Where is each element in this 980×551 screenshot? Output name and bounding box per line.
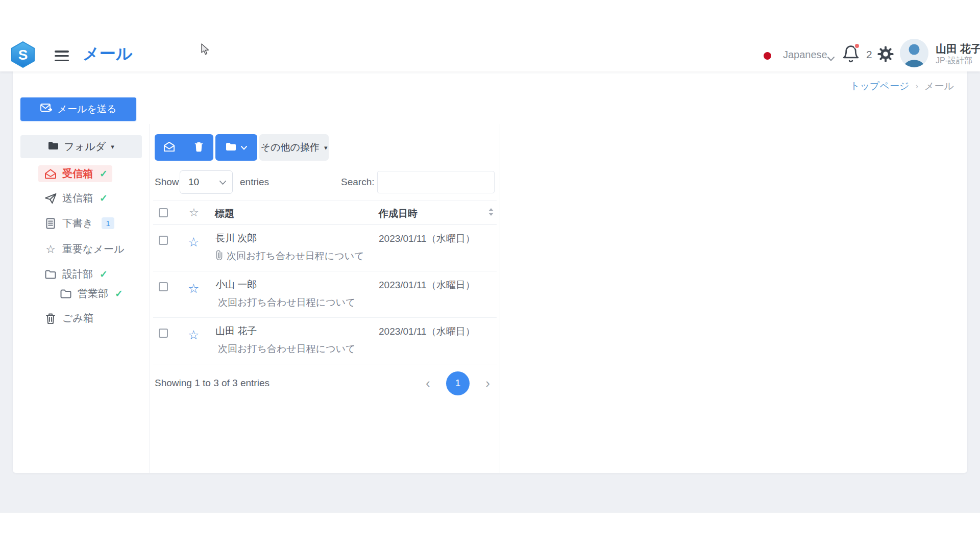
- mark-read-button[interactable]: [155, 134, 184, 161]
- sidebar-item-important[interactable]: ☆ 重要なメール: [38, 241, 125, 258]
- svg-text:S: S: [18, 47, 28, 63]
- notification-dot: [854, 43, 860, 49]
- caret-down-icon: ▾: [111, 143, 114, 151]
- sidebar-item-label: 送信箱: [62, 191, 93, 205]
- other-actions-label: その他の操作: [261, 141, 320, 154]
- next-page-arrow[interactable]: ›: [485, 377, 490, 390]
- sidebar-item-label: ごみ箱: [62, 311, 93, 325]
- other-actions-dropdown[interactable]: その他の操作 ▾: [259, 134, 329, 161]
- current-page-button[interactable]: 1: [446, 371, 470, 395]
- select-all-checkbox[interactable]: [159, 208, 168, 217]
- check-icon: ✓: [100, 192, 108, 204]
- sort-icon[interactable]: [488, 208, 494, 216]
- mail-date: 2023/01/11（水曜日）: [379, 232, 475, 245]
- notification-count: 2: [866, 48, 872, 61]
- user-avatar[interactable]: [900, 39, 928, 67]
- trash-icon: [44, 312, 57, 324]
- mail-table: ☆ 標題 作成日時 ☆ 長川 次郎 次回お打ち合わせ日程に: [153, 200, 497, 364]
- draft-document-icon: [44, 217, 57, 230]
- row-checkbox[interactable]: [159, 329, 168, 338]
- open-envelope-icon: [163, 141, 175, 154]
- breadcrumb: トップページ › メール: [850, 80, 954, 93]
- send-mail-button[interactable]: メールを送る: [20, 97, 136, 121]
- pagination: ‹ 1 ›: [426, 369, 490, 397]
- sidebar-item-drafts[interactable]: 下書き 1: [38, 215, 125, 232]
- mail-date: 2023/01/11（水曜日）: [379, 325, 475, 338]
- mail-row[interactable]: ☆ 長川 次郎 次回お打ち合わせ日程について 2023/01/11（水曜日）: [153, 225, 497, 271]
- sidebar-item-sent[interactable]: 送信箱 ✓: [38, 190, 125, 207]
- star-toggle-icon[interactable]: ☆: [188, 328, 199, 342]
- row-checkbox[interactable]: [159, 236, 168, 245]
- mail-sender: 小山 一郎: [215, 278, 257, 291]
- user-department: JP-設計部: [936, 56, 972, 66]
- mail-subject-line: 次回お打ち合わせ日程について: [215, 249, 364, 263]
- folder-icon: [226, 142, 236, 153]
- send-mail-label: メールを送る: [58, 103, 117, 116]
- prev-page-arrow[interactable]: ‹: [426, 377, 430, 390]
- sidebar-item-trash[interactable]: ごみ箱: [38, 310, 125, 327]
- top-navbar: S メール Japanese 2: [0, 0, 980, 71]
- sidebar-item-label: 受信箱: [62, 167, 93, 181]
- language-selector[interactable]: Japanese: [783, 49, 827, 61]
- folder-sidebar: フォルダ ▾ 受信箱 ✓: [13, 124, 150, 473]
- chevron-down-icon: [219, 181, 226, 185]
- app-logo-icon[interactable]: S: [11, 41, 35, 68]
- mail-sender: 山田 花子: [215, 324, 257, 338]
- page-size-select[interactable]: 10: [180, 170, 233, 194]
- search-label: Search:: [341, 170, 374, 194]
- mail-sender: 長川 次郎: [215, 232, 257, 245]
- mail-subject: 次回お打ち合わせ日程について: [218, 342, 356, 356]
- check-icon: ✓: [100, 268, 108, 280]
- settings-gear-icon[interactable]: [877, 45, 894, 63]
- search-input[interactable]: [377, 171, 495, 193]
- page-background: トップページ › メール メールを送る: [0, 71, 980, 513]
- drafts-count-badge: 1: [102, 217, 114, 229]
- mail-date: 2023/01/11（水曜日）: [379, 279, 475, 292]
- page-size-value: 10: [188, 177, 199, 188]
- move-to-folder-dropdown[interactable]: [215, 134, 257, 161]
- menu-toggle-icon[interactable]: [55, 51, 69, 61]
- trash-icon: [194, 141, 203, 154]
- folder-dropdown-label: フォルダ: [64, 140, 106, 154]
- breadcrumb-current: メール: [924, 80, 954, 93]
- inbox-icon: [44, 168, 57, 180]
- folder-dropdown-button[interactable]: フォルダ ▾: [20, 135, 142, 158]
- showing-entries-text: Showing 1 to 3 of 3 entries: [155, 378, 270, 389]
- sidebar-item-design-dept[interactable]: 設計部 ✓: [38, 266, 125, 283]
- paperclip-icon: [215, 250, 223, 263]
- row-checkbox[interactable]: [159, 282, 168, 291]
- table-header-row: ☆ 標題 作成日時: [153, 200, 497, 225]
- toolbar-button-group: [155, 134, 213, 161]
- mail-row[interactable]: ☆ 山田 花子 次回お打ち合わせ日程について 2023/01/11（水曜日）: [153, 318, 497, 364]
- chevron-down-icon: [241, 144, 247, 152]
- mail-row[interactable]: ☆ 小山 一郎 次回お打ち合わせ日程について 2023/01/11（水曜日）: [153, 271, 497, 318]
- content-card: トップページ › メール メールを送る: [13, 71, 967, 473]
- mail-subject: 次回お打ち合わせ日程について: [218, 296, 356, 309]
- date-column-header: 作成日時: [379, 207, 418, 220]
- user-name: 山田 花子: [936, 42, 980, 56]
- folder-icon: [48, 141, 59, 153]
- star-toggle-icon[interactable]: ☆: [188, 235, 199, 249]
- sidebar-item-label: 設計部: [62, 267, 93, 281]
- star-column-icon: ☆: [189, 206, 199, 219]
- breadcrumb-home-link[interactable]: トップページ: [850, 80, 909, 93]
- sidebar-item-inbox[interactable]: 受信箱 ✓: [38, 165, 112, 182]
- show-label: Show: [155, 170, 179, 194]
- mail-subject-line: 次回お打ち合わせ日程について: [218, 342, 356, 356]
- envelope-send-icon: [40, 103, 52, 115]
- chevron-down-icon[interactable]: [827, 54, 835, 63]
- delete-button[interactable]: [184, 134, 214, 161]
- check-icon: ✓: [100, 168, 108, 180]
- sidebar-item-label: 営業部: [78, 287, 108, 300]
- folder-outline-icon: [44, 268, 57, 281]
- title-column-header: 標題: [215, 207, 234, 220]
- mail-subject: 次回お打ち合わせ日程について: [227, 249, 364, 263]
- mail-app-screen: S メール Japanese 2: [0, 0, 980, 551]
- star-toggle-icon[interactable]: ☆: [188, 281, 199, 296]
- entries-label: entries: [240, 170, 269, 194]
- send-plane-icon: [44, 192, 57, 205]
- mail-subject-line: 次回お打ち合わせ日程について: [218, 296, 356, 309]
- star-icon: ☆: [44, 243, 57, 256]
- sidebar-item-sales-dept[interactable]: 営業部 ✓: [54, 285, 140, 302]
- language-flag-dot: [764, 52, 771, 60]
